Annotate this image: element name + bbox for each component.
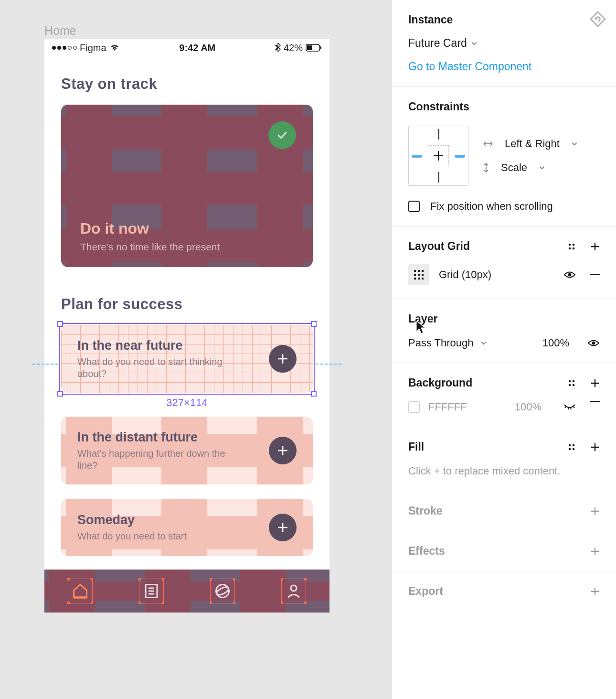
- background-hex-input[interactable]: FFFFFF: [428, 401, 467, 413]
- layer-title: Layer: [408, 312, 600, 325]
- section-title-1: Stay on track: [61, 75, 313, 93]
- styles-icon[interactable]: [567, 443, 576, 452]
- horizontal-constraint-select[interactable]: Left & Right: [483, 138, 578, 150]
- svg-point-8: [573, 243, 574, 245]
- layer-section: Layer Pass Through 100%: [392, 299, 616, 363]
- add-effect-icon[interactable]: [590, 547, 600, 556]
- fill-placeholder-text: Click + to replace mixed content.: [408, 465, 600, 477]
- tab-home[interactable]: [70, 581, 91, 602]
- blend-mode-select[interactable]: Pass Through: [408, 337, 474, 349]
- grid-row[interactable]: Grid (10px): [408, 264, 600, 285]
- remove-grid-icon[interactable]: [590, 274, 600, 276]
- background-hidden-icon[interactable]: [563, 401, 576, 413]
- go-to-master-link[interactable]: Go to Master Component: [408, 60, 600, 73]
- svg-point-26: [573, 384, 574, 386]
- export-title: Export: [408, 585, 443, 598]
- tab-list[interactable]: [141, 581, 162, 602]
- svg-rect-13: [422, 270, 424, 272]
- layout-guide-icon: [139, 579, 164, 603]
- layer-visibility-icon[interactable]: [587, 339, 600, 347]
- selection-dimensions: 327×114: [61, 397, 313, 409]
- design-canvas[interactable]: Home Figma 9:42 AM 42%: [0, 0, 392, 699]
- styles-icon[interactable]: [567, 379, 576, 387]
- alignment-guide-right: [316, 364, 341, 365]
- layout-guide-icon: [281, 579, 306, 603]
- layer-opacity-input[interactable]: 100%: [542, 337, 569, 349]
- constraints-title: Constraints: [408, 100, 600, 113]
- future-card-3[interactable]: Someday What do you need to start: [61, 499, 313, 556]
- hero-title: Do it now: [80, 220, 294, 237]
- future-card-2[interactable]: In the distant future What's happening f…: [61, 417, 313, 484]
- add-button[interactable]: [269, 514, 297, 541]
- fix-position-label: Fix position when scrolling: [430, 200, 553, 213]
- svg-point-29: [573, 444, 574, 446]
- signal-icon: [52, 46, 77, 50]
- reset-instance-icon[interactable]: [589, 11, 606, 30]
- constraints-widget[interactable]: [408, 126, 468, 186]
- fix-position-checkbox[interactable]: Fix position when scrolling: [408, 200, 600, 213]
- vertical-constraint-label: Scale: [501, 161, 527, 174]
- svg-rect-27: [590, 401, 600, 402]
- svg-rect-2: [320, 46, 321, 49]
- stroke-section: Stroke: [392, 491, 616, 531]
- vertical-constraint-select[interactable]: Scale: [483, 161, 578, 174]
- svg-rect-12: [418, 270, 420, 272]
- chevron-down-icon: [471, 40, 478, 47]
- add-button[interactable]: [269, 437, 297, 464]
- styles-icon[interactable]: [567, 242, 576, 251]
- hero-card[interactable]: Do it now There's no time like the prese…: [61, 105, 313, 267]
- phone-frame[interactable]: Figma 9:42 AM 42% Stay on track: [44, 39, 329, 613]
- grid-type-icon[interactable]: [408, 264, 429, 285]
- resize-handle-tl[interactable]: [57, 321, 63, 327]
- svg-rect-11: [414, 270, 416, 272]
- layout-guide-icon: [68, 579, 93, 603]
- battery-pct-label: 42%: [284, 43, 303, 54]
- background-title: Background: [408, 376, 472, 389]
- svg-point-20: [568, 273, 572, 277]
- svg-point-30: [569, 448, 571, 450]
- svg-point-22: [592, 342, 595, 345]
- background-row[interactable]: FFFFFF 100%: [408, 401, 600, 413]
- tab-profile[interactable]: [283, 581, 304, 602]
- svg-point-24: [573, 380, 574, 382]
- alignment-guide-left: [32, 364, 58, 365]
- svg-point-31: [573, 448, 574, 450]
- add-background-icon[interactable]: [590, 378, 600, 388]
- resize-handle-bl[interactable]: [57, 391, 63, 397]
- export-section: Export: [392, 571, 616, 611]
- stroke-title: Stroke: [408, 505, 443, 517]
- clock-label: 9:42 AM: [179, 43, 215, 54]
- resize-handle-br[interactable]: [311, 391, 317, 397]
- add-button[interactable]: [269, 345, 297, 373]
- svg-rect-15: [418, 274, 420, 276]
- blend-mode-label: Pass Through: [408, 337, 474, 349]
- add-fill-icon[interactable]: [590, 442, 600, 452]
- selected-card-wrapper[interactable]: In the near future What do you need to s…: [61, 325, 313, 393]
- svg-rect-19: [422, 278, 424, 280]
- add-stroke-icon[interactable]: [590, 506, 600, 516]
- grid-visibility-icon[interactable]: [563, 270, 576, 279]
- svg-point-7: [569, 243, 571, 245]
- phone-content: Stay on track Do it now There's no time …: [44, 56, 329, 628]
- horizontal-arrows-icon: [483, 140, 493, 147]
- frame-label[interactable]: Home: [44, 24, 76, 38]
- svg-point-25: [569, 384, 571, 386]
- instance-section: Instance Future Card Go to Master Compon…: [392, 0, 616, 87]
- add-grid-icon[interactable]: [590, 242, 600, 251]
- add-export-icon[interactable]: [590, 587, 600, 596]
- card-title: In the near future: [77, 338, 230, 353]
- status-left: Figma: [52, 43, 120, 54]
- resize-handle-tr[interactable]: [311, 321, 317, 327]
- svg-point-23: [569, 380, 571, 382]
- grid-label: Grid (10px): [439, 269, 491, 281]
- fill-title: Fill: [408, 441, 424, 453]
- background-opacity-input[interactable]: 100%: [515, 401, 542, 413]
- hero-subtitle: There's no time like the present: [80, 241, 294, 253]
- remove-background-icon[interactable]: [590, 401, 600, 413]
- color-swatch[interactable]: [408, 401, 420, 413]
- future-card-1[interactable]: In the near future What do you need to s…: [61, 325, 313, 393]
- component-name-dropdown[interactable]: Future Card: [408, 37, 600, 50]
- layout-grid-title: Layout Grid: [408, 240, 470, 253]
- tab-explore[interactable]: [212, 581, 233, 602]
- effects-section: Effects: [392, 531, 616, 571]
